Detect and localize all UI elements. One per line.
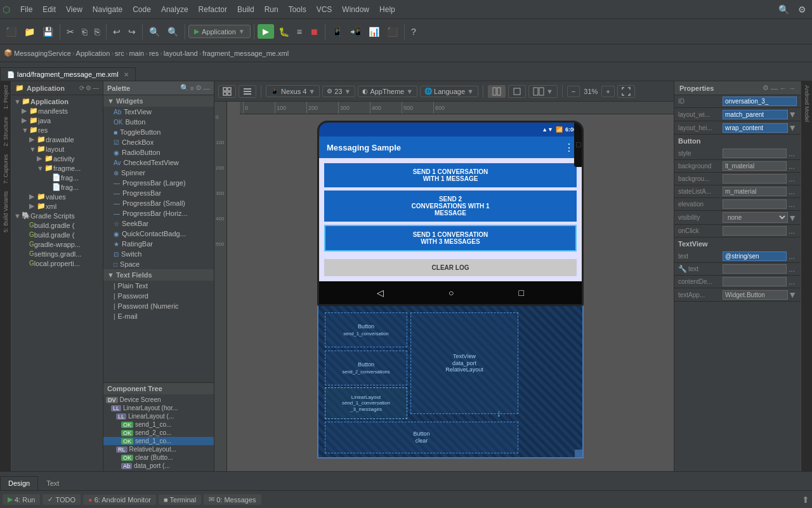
bc-messaging[interactable]: MessagingService xyxy=(14,50,71,57)
bc-layout-land[interactable]: layout-land xyxy=(164,50,198,57)
prop-elevation-more[interactable]: ... xyxy=(787,200,797,209)
settings-btn[interactable]: ⚙ xyxy=(795,3,809,17)
tree-activity[interactable]: ▶ 📁 activity xyxy=(11,154,103,163)
android-monitor-btn[interactable]: ● 6: Android Monitor xyxy=(83,495,156,505)
find-btn[interactable]: 🔍 xyxy=(146,25,163,39)
tree-application[interactable]: ▼ 📁 Application xyxy=(11,97,103,106)
canvas-layout-list-btn[interactable] xyxy=(239,85,256,98)
prop-background-more[interactable]: ... xyxy=(787,162,797,171)
tree-layout[interactable]: ▼ 📁 layout xyxy=(11,144,103,154)
run-btn[interactable]: ▶ xyxy=(258,24,274,39)
widget-btn-send1[interactable]: Buttonsend_1_conversation xyxy=(325,312,407,347)
both-mode-btn[interactable]: ▼ xyxy=(528,85,558,98)
canvas-layout-grid-btn[interactable] xyxy=(218,85,236,98)
menu-run[interactable]: Run xyxy=(259,4,284,15)
open-btn[interactable]: 📁 xyxy=(21,25,38,39)
palette-plaintext[interactable]: | Plain Text xyxy=(103,281,214,291)
theme-selector-btn[interactable]: ◐ AppTheme ▼ xyxy=(358,86,417,97)
prop-text-more[interactable]: ... xyxy=(787,252,797,261)
paste-btn[interactable]: ⎘ xyxy=(91,25,103,39)
prop-visibility-more[interactable]: ▼ xyxy=(788,213,797,223)
language-selector-btn[interactable]: 🌐 Language ▼ xyxy=(420,86,478,97)
tree-settings-gradle[interactable]: ▶ G settings.gradl... xyxy=(11,249,103,258)
prop-backgrou-input[interactable] xyxy=(723,174,787,184)
palette-togglebutton[interactable]: ■ ToggleButton xyxy=(103,127,214,137)
prop-layout-height-dropdown[interactable]: ▼ xyxy=(788,123,797,133)
bc-main[interactable]: main xyxy=(129,50,144,57)
palette-radiobutton[interactable]: ◉ RadioButton xyxy=(103,147,214,157)
prop-statelist-more[interactable]: ... xyxy=(787,187,797,196)
side-structure-btn[interactable]: 2: Structure xyxy=(1,113,10,150)
prop-backgrou-more[interactable]: ... xyxy=(787,175,797,184)
prop-layout-width-dropdown[interactable]: ▼ xyxy=(788,109,797,119)
tab-close-btn[interactable]: ✕ xyxy=(124,71,129,78)
run-config-dropdown[interactable]: ▶ Application ▼ xyxy=(188,25,251,38)
home-btn[interactable]: ○ xyxy=(449,288,454,298)
undo-btn[interactable]: ↩ xyxy=(110,25,124,39)
widget-btn-send2[interactable]: Buttonsend_2_conversations xyxy=(325,351,407,385)
menu-vcs[interactable]: VCS xyxy=(311,4,337,15)
widget-linearlayout-send[interactable]: LinearLayoutsend_1_conversation_3_messag… xyxy=(325,387,407,419)
tree-drawable[interactable]: ▶ 📁 drawable xyxy=(11,135,103,144)
props-config-btn[interactable]: ⚙ xyxy=(763,84,769,92)
palette-sort-btn[interactable]: ≡ xyxy=(190,84,194,92)
ct-linearlayout-inner[interactable]: LL LinearLayout (... xyxy=(103,412,214,420)
ct-device-screen[interactable]: DV Device Screen xyxy=(103,396,214,404)
sidebar-gear-btn[interactable]: ⚙ xyxy=(86,84,91,91)
palette-checkbox[interactable]: ☑ CheckBox xyxy=(103,137,214,147)
zoom-in-btn[interactable]: + xyxy=(601,86,614,97)
tree-build-gradle-1[interactable]: ▶ G build.gradle ( xyxy=(11,220,103,230)
ct-relativelayout[interactable]: RL RelativeLayout... xyxy=(103,445,214,453)
prop-style-more[interactable]: ... xyxy=(787,149,797,158)
tab-design[interactable]: Design xyxy=(0,476,38,490)
tree-values[interactable]: ▶ 📁 values xyxy=(11,192,103,201)
phone-btn-3[interactable]: SEND 1 CONVERSATIONWITH 3 MESSAGES xyxy=(324,225,577,251)
palette-quickcontact[interactable]: ◉ QuickContactBadg... xyxy=(103,229,214,239)
prop-onclick-input[interactable] xyxy=(723,226,787,236)
tree-gradle-wrapper[interactable]: ▶ G gradle-wrapp... xyxy=(11,239,103,249)
ct-send2[interactable]: OK send_2_co... xyxy=(103,429,214,437)
debug-btn[interactable]: 🐛 xyxy=(275,25,292,39)
ct-send1[interactable]: OK send_1_co... xyxy=(103,420,214,429)
bottom-expand-btn[interactable]: ⬆ xyxy=(802,495,809,505)
ct-clear[interactable]: OK clear (Butto... xyxy=(103,453,214,462)
widget-btn-clear[interactable]: Buttonclear xyxy=(325,422,518,453)
tree-fragme[interactable]: ▼ 📁 fragme... xyxy=(11,163,103,173)
profiler-btn[interactable]: 📊 xyxy=(365,25,383,39)
tree-frag2[interactable]: ▶ 📄 frag... xyxy=(11,182,103,192)
sidebar-sync-btn[interactable]: ⟳ xyxy=(79,84,84,91)
tree-xml[interactable]: ▶ 📁 xml xyxy=(11,201,103,211)
prop-textapp-input[interactable] xyxy=(723,290,788,300)
messages-btn[interactable]: ✉ 0: Messages xyxy=(204,494,261,505)
prop-text2-input[interactable] xyxy=(723,264,787,274)
menu-view[interactable]: View xyxy=(61,4,88,15)
palette-password-numeric[interactable]: | Password (Numeric xyxy=(103,301,214,311)
menu-refactor[interactable]: Refactor xyxy=(193,4,232,15)
side-project-btn[interactable]: 1: Project xyxy=(1,81,10,113)
palette-group-widgets[interactable]: ▼ Widgets xyxy=(103,95,214,107)
coverage-btn[interactable]: ≡ xyxy=(294,25,305,39)
bc-application[interactable]: Application xyxy=(76,50,110,57)
palette-ratingbar[interactable]: ★ RatingBar xyxy=(103,239,214,249)
menu-analyze[interactable]: Analyze xyxy=(156,4,193,15)
terminal-btn[interactable]: ■ Terminal xyxy=(159,495,201,505)
help-btn[interactable]: ? xyxy=(408,25,419,39)
palette-password[interactable]: | Password xyxy=(103,291,214,301)
prop-textapp-dropdown[interactable]: ▼ xyxy=(788,290,797,300)
prop-text-input[interactable] xyxy=(723,251,787,261)
prop-statelist-input[interactable] xyxy=(723,187,787,196)
tree-build-gradle-2[interactable]: ▶ G build.gradle ( xyxy=(11,230,103,239)
props-prev-btn[interactable]: ← xyxy=(780,84,787,92)
palette-textview[interactable]: Ab TextView xyxy=(103,107,214,117)
menu-help[interactable]: Help xyxy=(374,4,400,15)
prop-background-input[interactable] xyxy=(723,161,787,171)
menu-file[interactable]: File xyxy=(15,4,37,15)
sdk-btn[interactable]: 📱 xyxy=(329,25,346,39)
palette-config-btn[interactable]: ⚙ xyxy=(195,84,202,92)
ct-data-port[interactable]: Ab data_port (... xyxy=(103,462,214,470)
prop-layout-height-input[interactable] xyxy=(723,123,788,133)
palette-seekbar[interactable]: ☆ SeekBar xyxy=(103,218,214,229)
tree-gradle-scripts[interactable]: ▼ 🐘 Gradle Scripts xyxy=(11,211,103,220)
palette-progressbar[interactable]: — ProgressBar xyxy=(103,188,214,198)
phone-menu-btn[interactable]: ⋮ xyxy=(564,142,574,154)
